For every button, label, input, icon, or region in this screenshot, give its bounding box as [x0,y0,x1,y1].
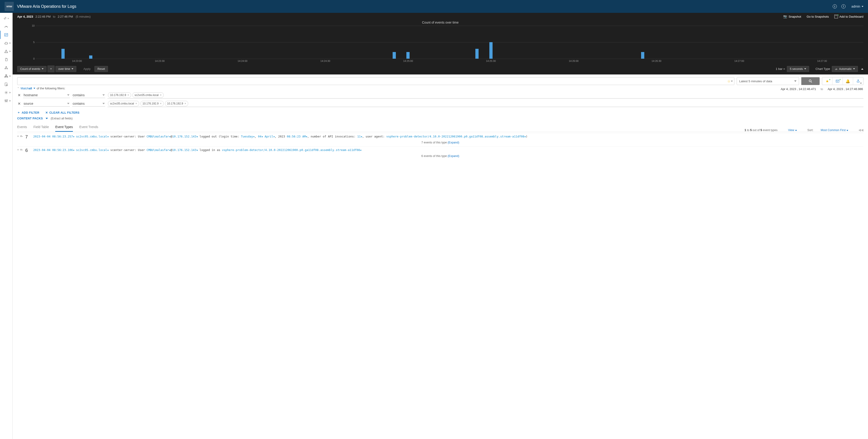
chart-type-select[interactable]: Automatic [832,66,858,72]
x-function-select[interactable]: over time [56,66,76,72]
remove-chip-icon[interactable]: × [160,93,162,97]
share-button[interactable] [853,77,863,85]
info-icon[interactable]: i [833,4,837,8]
field-token[interactable]: vsphere-problem-detector/4.10.0-20221206… [222,148,361,152]
add-dashboard-widget-button[interactable]: + [832,77,842,85]
remove-chip-icon[interactable]: × [160,102,162,105]
x-tick: 14:27:00 [734,60,744,62]
view-menu[interactable]: View [788,129,797,132]
field-token[interactable]: April▼ [265,135,275,138]
camera-icon: 📷 [783,15,787,18]
nav-cloud[interactable] [1,39,11,47]
chart-bar[interactable] [406,52,410,59]
nav-assignments[interactable] [1,80,11,89]
favorite-query-button[interactable]: ☆ [727,79,733,84]
nav-explore-logs[interactable] [0,31,13,39]
time-range-start[interactable]: 2:22:46 PM [35,15,51,18]
field-token[interactable]: 04▼ [258,135,263,138]
dismiss-event-icon[interactable]: ✕ [17,148,19,151]
filter-chip[interactable]: 10.176.192.9× [165,101,188,106]
apply-button[interactable]: Apply [81,66,94,72]
search-button[interactable] [801,77,819,85]
filter-chip[interactable]: 10.176.192.9× [108,92,131,98]
event-settings-icon[interactable]: ⚙▾ [20,134,23,138]
events-chart[interactable]: 0510 14:23:0014:23:3014:24:0014:24:3014:… [12,26,868,64]
field-token[interactable]: 10.176.152.143▼ [172,135,198,138]
chart-bar[interactable] [489,42,493,59]
pin-toggle[interactable]: » [1,14,11,23]
reset-button[interactable]: Reset [94,66,108,72]
tab-event-types[interactable]: Event Types [55,123,73,132]
filter-values[interactable]: 10.176.192.9×sc2vc05.cmbu.local× [107,92,863,98]
remove-filter-button[interactable]: ✕ [17,101,21,106]
cloud-icon [4,41,8,45]
expand-link[interactable]: (Expand) [447,141,459,144]
field-token[interactable]: CMBU\malasfar▼ [147,135,170,138]
filter-operator-select[interactable]: contains [72,92,105,98]
add-to-dashboard-button[interactable]: + Add to Dashboard [834,15,863,18]
tab-events[interactable]: Events [17,123,27,132]
time-picker[interactable]: Latest 5 minutes of data [737,77,799,85]
field-token[interactable]: 10.176.152.143▼ [172,148,198,152]
go-to-snapshots-link[interactable]: Go to Snapshots [807,15,829,18]
field-token[interactable]: sc2vc05.cmbu.local▼ [76,148,108,152]
chart-bar[interactable] [475,49,478,59]
field-token[interactable]: 2023-04-04 08:56:23.257▼ [33,135,74,138]
add-series-button[interactable]: ＋ [48,65,55,72]
nav-topology[interactable] [1,72,11,80]
chart-bar[interactable] [89,56,92,59]
time-range-to: to [53,15,56,18]
filter-operator-select[interactable]: contains [72,101,105,106]
nav-content-packs[interactable] [1,64,11,72]
nav-docs[interactable] [1,56,11,64]
remove-chip-icon[interactable]: × [135,102,137,105]
field-token[interactable]: 08:56:23 AM▼ [287,135,307,138]
filter-values[interactable]: sc2vc05.cmbu.local×10.176.192.9×10.176.1… [107,100,863,107]
chart-bar[interactable] [393,52,396,59]
nav-dashboard[interactable] [1,23,11,31]
chevron-down-icon[interactable] [45,118,48,119]
field-token[interactable]: Tuesday▼ [241,135,254,138]
filter-chip[interactable]: sc2vc05.cmbu.local× [132,92,164,98]
event-settings-icon[interactable]: ⚙▾ [20,148,23,151]
nav-tuning[interactable] [1,97,11,105]
expand-link[interactable]: (Expand) [447,154,459,158]
query-input[interactable] [20,79,727,83]
field-token[interactable]: 11▼ [357,135,362,138]
filter-chip[interactable]: sc2vc05.cmbu.local× [108,101,139,106]
tab-field-table[interactable]: Field Table [33,123,49,132]
clear-filters-button[interactable]: ✕ CLEAR ALL FILTERS [45,111,80,115]
chevron-down-icon[interactable] [33,88,35,89]
user-menu[interactable]: admin [851,5,863,8]
nav-settings[interactable] [1,89,11,97]
nav-alerts[interactable] [1,47,11,56]
alert-icon[interactable]: ! [841,4,845,8]
filter-chip[interactable]: 10.176.192.9× [141,101,164,106]
filter-field-select[interactable]: hostname [23,92,70,98]
create-alert-button[interactable]: 🔔 [842,77,853,85]
expand-panel-icon[interactable]: ◀◀ [858,128,863,132]
field-token[interactable]: sc2vc05.cmbu.local▼ [76,135,108,138]
field-token[interactable]: 2023-04-04 08:56:23.106▼ [33,148,74,152]
field-token[interactable]: CMBU\malasfar▼ [147,148,170,152]
time-range-end[interactable]: 2:27:46 PM [58,15,73,18]
collapse-chart-icon[interactable] [861,68,863,70]
remove-chip-icon[interactable]: × [185,102,186,105]
tab-event-trends[interactable]: Event Trends [79,123,98,132]
bar-interval-select[interactable]: 5 seconds [787,66,809,72]
y-function-select[interactable]: Count of events [17,66,46,72]
chart-bar[interactable] [641,52,644,59]
sort-menu[interactable]: Most Common First [820,129,848,132]
remove-filter-button[interactable]: ✕ [17,93,21,97]
snapshot-button[interactable]: 📷 Snapshot [783,15,801,18]
filter-field-select[interactable]: source [23,101,70,106]
save-favorite-button[interactable]: ★+ [822,77,832,85]
add-filter-button[interactable]: ＋ ADD FILTER [17,111,39,115]
field-token[interactable]: vsphere-problem-detector/4.10.0-20221206… [386,135,526,138]
dismiss-event-icon[interactable]: ✕ [17,134,19,138]
resolved-end: Apr 4, 2023 , 14:27:46.986 [828,87,863,91]
collapse-filters-icon[interactable]: ⌃ [17,87,19,90]
chart-bar[interactable] [61,49,65,59]
content-packs-link[interactable]: CONTENT PACKS [17,117,43,120]
remove-chip-icon[interactable]: × [127,93,129,97]
